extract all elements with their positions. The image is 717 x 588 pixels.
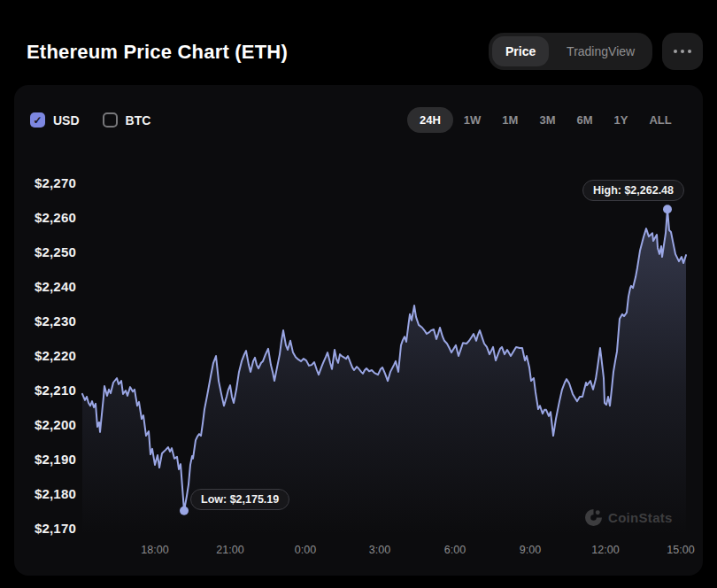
low-point-marker	[180, 507, 189, 515]
low-price-tooltip: Low: $2,175.19	[190, 489, 289, 510]
high-price-tooltip: High: $2,262.48	[582, 180, 684, 201]
coinstats-price-widget: Ethereum Price Chart (ETH) Price Trading…	[0, 0, 717, 588]
coinstats-logo-icon	[585, 509, 602, 526]
watermark-label: CoinStats	[608, 510, 673, 525]
high-point-marker	[663, 205, 672, 213]
coinstats-watermark: CoinStats	[585, 509, 673, 526]
price-line-chart[interactable]	[0, 0, 717, 588]
